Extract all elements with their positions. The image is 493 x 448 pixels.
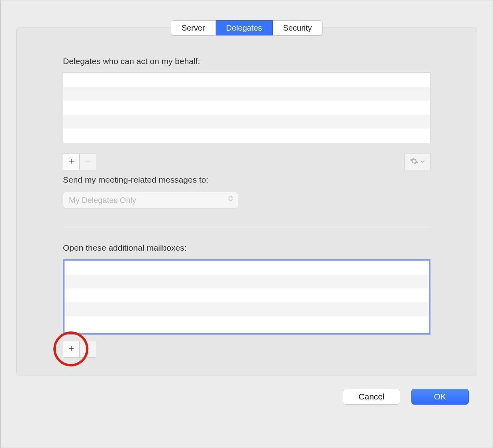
additional-mailboxes-list[interactable] bbox=[63, 259, 430, 335]
tab-bar: Server Delegates Security bbox=[1, 20, 493, 35]
plus-icon bbox=[68, 157, 75, 167]
delegates-list[interactable] bbox=[63, 72, 430, 143]
dialog-footer: Cancel OK bbox=[343, 389, 469, 405]
updown-icon bbox=[228, 195, 233, 202]
send-to-value: My Delegates Only bbox=[69, 196, 136, 205]
mailboxes-label: Open these additional mailboxes: bbox=[63, 243, 430, 253]
ok-button[interactable]: OK bbox=[411, 389, 469, 405]
send-to-popup[interactable]: My Delegates Only bbox=[63, 192, 238, 208]
chevron-down-icon bbox=[420, 158, 425, 166]
minus-icon bbox=[84, 344, 92, 355]
delegates-label: Delegates who can act on my behalf: bbox=[63, 56, 430, 66]
gear-icon bbox=[410, 157, 419, 167]
add-mailbox-button[interactable] bbox=[63, 341, 80, 358]
add-delegate-button[interactable] bbox=[63, 154, 80, 170]
minus-icon bbox=[84, 157, 92, 167]
tab-server[interactable]: Server bbox=[171, 20, 216, 35]
delegate-options-button[interactable] bbox=[404, 154, 430, 170]
divider bbox=[63, 227, 430, 227]
tab-delegates[interactable]: Delegates bbox=[216, 20, 273, 35]
remove-mailbox-button[interactable] bbox=[80, 341, 96, 358]
advanced-settings-window: Server Delegates Security Delegates who … bbox=[0, 0, 493, 448]
tab-security[interactable]: Security bbox=[273, 20, 323, 35]
plus-icon bbox=[68, 344, 75, 355]
send-to-label: Send my meeting-related messages to: bbox=[63, 175, 238, 185]
cancel-button[interactable]: Cancel bbox=[343, 389, 400, 405]
delegates-panel: Delegates who can act on my behalf: bbox=[16, 27, 477, 376]
remove-delegate-button[interactable] bbox=[80, 154, 96, 170]
